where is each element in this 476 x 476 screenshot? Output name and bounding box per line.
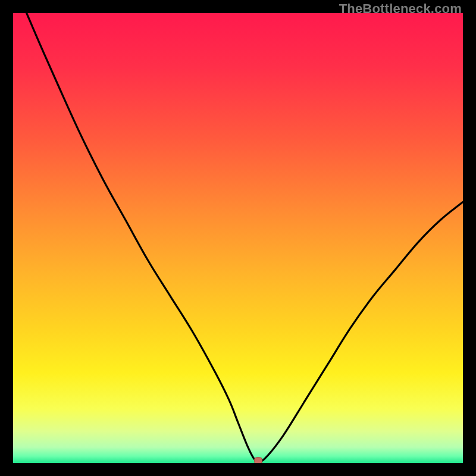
chart-frame: TheBottleneck.com xyxy=(0,0,476,476)
gradient-background xyxy=(13,13,463,463)
optimal-point-marker xyxy=(255,458,262,463)
plot-area xyxy=(13,13,463,463)
bottleneck-chart xyxy=(13,13,463,463)
